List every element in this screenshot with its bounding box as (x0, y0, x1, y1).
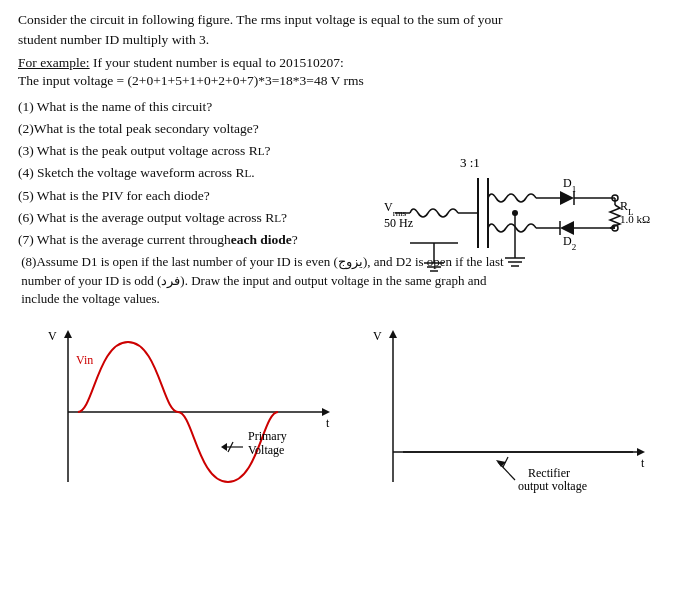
d1-label: D1 (563, 176, 576, 194)
primary-voltage-arrow (221, 443, 227, 451)
graph1-svg: V Vin t Primary Voltage (28, 322, 363, 517)
secondary-coil-bottom (488, 224, 536, 232)
question-2: (2)What is the total peak secondary volt… (18, 118, 388, 140)
g1-v-arrow (64, 330, 72, 338)
intro-line1: Consider the circuit in following figure… (18, 10, 672, 51)
g1-vin-label: Vin (76, 353, 93, 367)
primary-voltage-label-line1: Primary (248, 429, 287, 443)
voltage-equation: The input voltage = (2+0+1+5+1+0+2+0+7)*… (18, 73, 672, 89)
g2-t-arrow (637, 448, 645, 456)
d2-triangle (560, 221, 574, 235)
page: Consider the circuit in following figure… (0, 0, 690, 537)
question-1: (1) What is the name of this circuit? (18, 96, 388, 118)
graph2-container: V t Rectifier output voltage (353, 322, 688, 522)
g2-v-arrow (389, 330, 397, 338)
g2-t-label: t (641, 456, 645, 470)
rectifier-output-label-line2: output voltage (518, 479, 587, 493)
question-7: (7) What is the average current through … (18, 229, 388, 251)
example-text: If your student number is equal to 20151… (93, 55, 344, 70)
question-6: (6) What is the average output voltage a… (18, 207, 388, 229)
graph2-svg: V t Rectifier output voltage (353, 322, 688, 517)
question-3: (3) What is the peak output voltage acro… (18, 140, 388, 162)
primary-voltage-label-line2: Voltage (248, 443, 284, 457)
graphs-area: V Vin t Primary Voltage (18, 314, 672, 529)
secondary-coil-top (488, 194, 536, 202)
rl-value: 1.0 kΩ (620, 213, 650, 225)
d2-label: D2 (563, 234, 576, 252)
example-line: For example: If your student number is e… (18, 55, 672, 71)
g2-v-label: V (373, 329, 382, 343)
primary-coil (410, 209, 458, 217)
intro-block: Consider the circuit in following figure… (18, 10, 672, 89)
g1-v-label: V (48, 329, 57, 343)
transformer-ratio-label: 3 :1 (460, 155, 480, 170)
g1-t-label: t (326, 416, 330, 430)
rectifier-output-label-line1: Rectifier (528, 466, 570, 480)
freq-label: 50 Hz (384, 216, 413, 230)
question-4: (4) Sketch the voltage waveform across R… (18, 162, 388, 184)
questions-block: (1) What is the name of this circuit? (2… (18, 96, 388, 252)
for-example-label: For example: (18, 55, 90, 70)
question-5: (5) What is the PIV for each diode? (18, 185, 388, 207)
graph1-container: V Vin t Primary Voltage (28, 322, 363, 522)
g1-t-arrow (322, 408, 330, 416)
